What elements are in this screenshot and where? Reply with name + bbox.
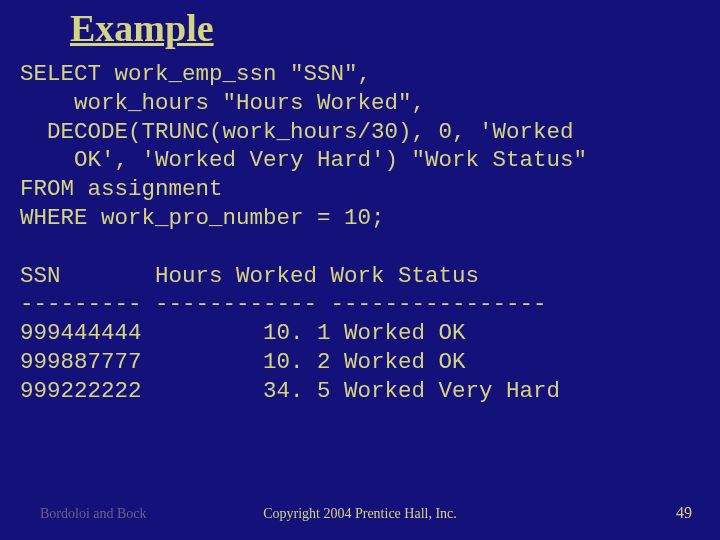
footer-page-number: 49 [676, 504, 692, 522]
footer-copyright: Copyright 2004 Prentice Hall, Inc. [0, 506, 720, 522]
slide: Example SELECT work_emp_ssn "SSN", work_… [0, 0, 720, 540]
code-block: SELECT work_emp_ssn "SSN", work_hours "H… [20, 60, 700, 406]
slide-title: Example [70, 6, 214, 50]
